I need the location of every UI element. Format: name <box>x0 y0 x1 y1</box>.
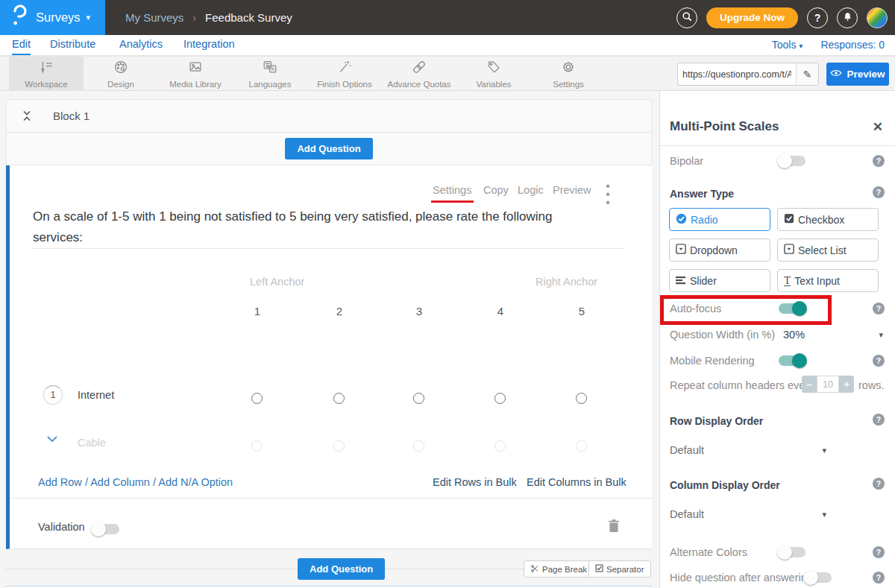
answer-type-text-input[interactable]: T Text Input <box>777 269 879 292</box>
page-break-button[interactable]: Page Break <box>524 560 594 578</box>
answer-type-dropdown[interactable]: Dropdown <box>669 238 770 262</box>
radio-cable-2[interactable] <box>333 440 345 452</box>
radio-cable-1[interactable] <box>251 440 263 452</box>
toolbar-advance-quotas[interactable]: Advance Quotas <box>382 57 456 91</box>
question-tab-copy[interactable]: Copy <box>483 184 509 196</box>
auto-focus-toggle[interactable] <box>779 303 806 314</box>
alternate-colors-help-icon[interactable]: ? <box>873 546 885 558</box>
avatar[interactable] <box>867 7 888 28</box>
toolbar-languages[interactable]: A Languages <box>233 57 307 91</box>
radio-internet-4[interactable] <box>494 393 506 404</box>
repeat-headers-input[interactable] <box>817 376 839 393</box>
row-2-chevron-down-icon[interactable] <box>46 432 58 445</box>
product-switcher[interactable]: Surveys ▾ <box>0 0 105 35</box>
preview-button[interactable]: Preview <box>826 63 889 86</box>
close-icon[interactable]: ✕ <box>873 119 883 135</box>
repeat-headers-label: Repeat column headers every <box>670 379 814 391</box>
column-display-order-select[interactable]: Default ▾ <box>670 508 826 521</box>
image-icon <box>186 59 204 78</box>
collapse-block-icon[interactable] <box>22 110 32 122</box>
survey-url-input[interactable] <box>678 63 796 85</box>
help-button[interactable]: ? <box>807 7 828 28</box>
tab-edit[interactable]: Edit <box>12 38 31 55</box>
chevron-down-icon[interactable]: ▾ <box>879 330 883 340</box>
block-title[interactable]: Block 1 <box>53 110 90 122</box>
radio-internet-2[interactable] <box>333 393 345 404</box>
tab-analytics[interactable]: Analytics <box>119 38 163 54</box>
answer-type-radio[interactable]: Radio <box>669 208 770 231</box>
scale-column-5[interactable]: 5 <box>573 305 591 317</box>
answer-type-checkbox[interactable]: Checkbox <box>777 208 879 231</box>
bipolar-help-icon[interactable]: ? <box>873 155 885 167</box>
toolbar-design[interactable]: Design <box>84 57 158 91</box>
answer-type-help-icon[interactable]: ? <box>873 186 885 198</box>
svg-text:A: A <box>271 66 274 72</box>
hide-question-help-icon[interactable]: ? <box>873 572 885 584</box>
breadcrumb-current: Feedback Survey <box>205 11 292 24</box>
mobile-rendering-help-icon[interactable]: ? <box>873 355 885 367</box>
edit-url-button[interactable]: ✎ <box>796 63 818 85</box>
scale-column-1[interactable]: 1 <box>248 305 266 317</box>
topbar-actions: Upgrade Now ? <box>676 0 888 35</box>
plus-button[interactable]: + <box>839 379 854 390</box>
question-text[interactable]: On a scale of 1-5 with 1 being not satis… <box>33 206 601 248</box>
breadcrumb-my-surveys[interactable]: My Surveys <box>125 11 183 24</box>
add-row-link[interactable]: Add Row <box>38 476 82 488</box>
row-1-label[interactable]: Internet <box>78 389 114 401</box>
separator-button[interactable]: Separator <box>588 560 651 578</box>
add-question-button-top[interactable]: Add Question <box>285 138 372 159</box>
alternate-colors-toggle[interactable] <box>779 547 806 557</box>
row-1-number-badge[interactable]: 1 <box>43 385 63 405</box>
bipolar-toggle[interactable] <box>779 156 806 166</box>
radio-internet-3[interactable] <box>413 393 424 404</box>
tag-icon <box>485 59 503 78</box>
minus-button[interactable]: – <box>802 379 817 390</box>
row-2-label[interactable]: Cable <box>78 437 106 449</box>
edit-rows-bulk-link[interactable]: Edit Rows in Bulk <box>433 476 517 488</box>
notifications-button[interactable] <box>837 7 858 28</box>
answer-type-select-list[interactable]: Select List <box>777 238 879 262</box>
toolbar-workspace[interactable]: Workspace <box>9 57 84 91</box>
row-display-help-icon[interactable]: ? <box>873 414 885 426</box>
question-tab-settings[interactable]: Settings <box>433 184 471 196</box>
scale-column-4[interactable]: 4 <box>492 305 509 317</box>
scale-column-3[interactable]: 3 <box>410 305 428 317</box>
upgrade-now-button[interactable]: Upgrade Now <box>706 7 798 28</box>
add-column-link[interactable]: Add Column <box>90 476 150 488</box>
radio-cable-3[interactable] <box>413 440 424 452</box>
scale-column-2[interactable]: 2 <box>330 305 348 317</box>
responses-count[interactable]: Responses: 0 <box>820 39 885 51</box>
tools-menu[interactable]: Tools ▾ <box>772 39 803 51</box>
radio-cable-4[interactable] <box>494 440 506 452</box>
tab-integration[interactable]: Integration <box>183 38 235 54</box>
breadcrumb-separator-icon: › <box>192 12 196 24</box>
answer-type-slider[interactable]: Slider <box>669 269 770 292</box>
radio-internet-5[interactable] <box>576 393 587 404</box>
column-display-help-icon[interactable]: ? <box>873 478 885 490</box>
radio-cable-5[interactable] <box>576 440 587 452</box>
add-na-option-link[interactable]: Add N/A Option <box>158 476 233 488</box>
hide-question-toggle[interactable] <box>805 572 832 583</box>
more-options-icon[interactable]: ••• <box>606 182 610 206</box>
toolbar-media-library[interactable]: Media Library <box>158 57 233 91</box>
toolbar-finish-options[interactable]: Finish Options <box>307 57 382 91</box>
question-tab-logic[interactable]: Logic <box>518 184 544 196</box>
validation-toggle[interactable] <box>92 524 119 534</box>
wand-icon <box>336 59 354 78</box>
add-question-button-bottom[interactable]: Add Question <box>298 558 385 580</box>
tab-distribute[interactable]: Distribute <box>50 38 95 54</box>
question-tab-preview[interactable]: Preview <box>553 184 591 196</box>
radio-internet-1[interactable] <box>251 393 263 404</box>
trash-icon[interactable] <box>608 519 620 536</box>
add-question-band-bottom: Add Question Page Break Separator <box>0 549 656 588</box>
auto-focus-help-icon[interactable]: ? <box>873 303 885 314</box>
left-anchor-label[interactable]: Left Anchor <box>250 276 304 288</box>
search-button[interactable] <box>676 7 697 28</box>
toolbar-settings[interactable]: Settings <box>531 57 606 91</box>
right-anchor-label[interactable]: Right Anchor <box>536 276 597 288</box>
toolbar-variables[interactable]: Variables <box>456 57 531 91</box>
mobile-rendering-toggle[interactable] <box>779 355 806 366</box>
row-display-order-select[interactable]: Default ▾ <box>670 443 826 457</box>
edit-columns-bulk-link[interactable]: Edit Columns in Bulk <box>527 476 626 488</box>
question-width-value[interactable]: 30% <box>783 329 805 341</box>
